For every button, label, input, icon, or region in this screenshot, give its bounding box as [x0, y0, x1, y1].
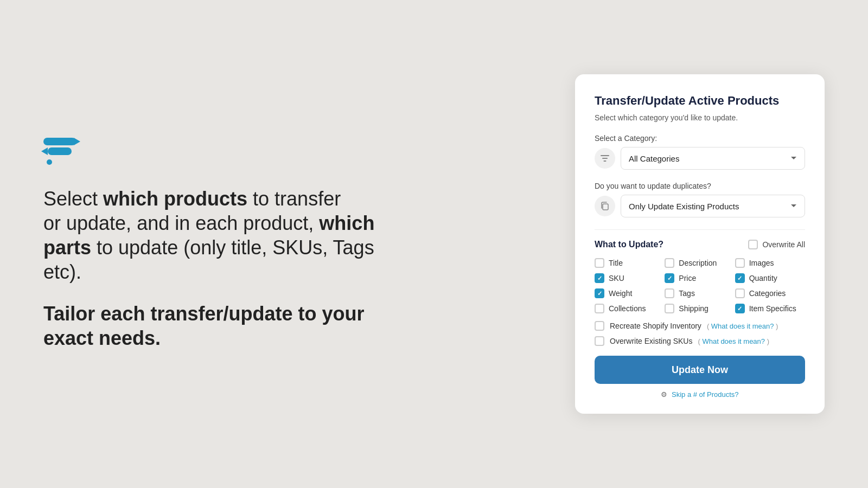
checkbox-weight-box[interactable] [595, 288, 604, 298]
checkbox-quantity-box[interactable] [735, 273, 745, 283]
divider [595, 229, 805, 230]
checkbox-title-label: Title [609, 259, 623, 267]
overwrite-all-row[interactable]: Overwrite All [748, 240, 805, 249]
checkbox-price-box[interactable] [665, 273, 674, 283]
checkbox-item-specifics-label: Item Specifics [749, 304, 796, 313]
checkbox-grid: Title Description Images SKU Price Qua [595, 258, 805, 313]
checkbox-sku-box[interactable] [595, 273, 604, 283]
checkbox-categories-box[interactable] [735, 288, 745, 298]
what-to-update-title: What to Update? [595, 240, 663, 249]
checkbox-weight[interactable]: Weight [595, 288, 665, 298]
checkbox-price[interactable]: Price [665, 273, 735, 283]
recreate-shopify-item[interactable]: Recreate Shopify Inventory ( What does i… [595, 321, 805, 331]
category-group: Select a Category: All Categories [595, 134, 805, 170]
checkbox-weight-label: Weight [609, 289, 632, 298]
overwrite-skus-link[interactable]: What does it mean? [702, 337, 765, 345]
what-to-update-row: What to Update? Overwrite All [595, 240, 805, 249]
bold-which-products: which products [103, 188, 247, 210]
logo-arrow-top-icon [43, 138, 76, 145]
svg-rect-0 [603, 204, 608, 210]
skip-icon: ⚙ [661, 390, 667, 399]
filter-icon [595, 148, 615, 169]
checkbox-description-box[interactable] [665, 258, 674, 268]
update-now-button[interactable]: Update Now [595, 356, 805, 384]
checkbox-categories[interactable]: Categories [735, 288, 805, 298]
card: Transfer/Update Active Products Select w… [575, 74, 825, 414]
checkbox-tags-label: Tags [679, 289, 695, 298]
overwrite-skus-item[interactable]: Overwrite Existing SKUs ( What does it m… [595, 336, 805, 346]
skip-row: ⚙ Skip a # of Products? [595, 390, 805, 399]
overwrite-skus-label: Overwrite Existing SKUs [610, 337, 692, 345]
duplicates-dropdown[interactable]: Only Update Existing Products [621, 195, 805, 217]
logo-icon [43, 138, 542, 165]
checkbox-shipping-label: Shipping [679, 304, 709, 313]
duplicates-group: Do you want to update duplicates? Only U… [595, 182, 805, 217]
overwrite-skus-paren: ( What does it mean? ) [698, 337, 769, 345]
checkbox-description[interactable]: Description [665, 258, 735, 268]
checkbox-shipping-box[interactable] [665, 304, 674, 313]
recreate-shopify-paren: ( What does it mean? ) [707, 322, 778, 330]
recreate-shopify-link[interactable]: What does it mean? [711, 322, 774, 330]
card-title: Transfer/Update Active Products [595, 94, 805, 108]
page-wrapper: Select which products to transfer or upd… [0, 0, 868, 488]
checkbox-item-specifics-box[interactable] [735, 304, 745, 313]
checkbox-collections-label: Collections [609, 304, 646, 313]
extra-options: Recreate Shopify Inventory ( What does i… [595, 321, 805, 346]
checkbox-collections[interactable]: Collections [595, 304, 665, 313]
checkbox-item-specifics[interactable]: Item Specifics [735, 304, 805, 313]
checkbox-categories-label: Categories [749, 289, 786, 298]
checkbox-quantity[interactable]: Quantity [735, 273, 805, 283]
checkbox-price-label: Price [679, 274, 696, 282]
duplicates-label: Do you want to update duplicates? [595, 182, 805, 190]
recreate-shopify-label: Recreate Shopify Inventory [610, 322, 701, 330]
category-select-row: All Categories [595, 147, 805, 170]
checkbox-tags-box[interactable] [665, 288, 674, 298]
checkbox-quantity-label: Quantity [749, 274, 777, 282]
duplicates-select-row: Only Update Existing Products [595, 195, 805, 217]
category-dropdown[interactable]: All Categories [621, 147, 805, 170]
checkbox-collections-box[interactable] [595, 304, 604, 313]
checkbox-sku-label: SKU [609, 274, 624, 282]
checkbox-images-box[interactable] [735, 258, 745, 268]
overwrite-skus-checkbox[interactable] [595, 336, 604, 346]
checkbox-shipping[interactable]: Shipping [665, 304, 735, 313]
checkbox-tags[interactable]: Tags [665, 288, 735, 298]
left-panel: Select which products to transfer or upd… [43, 138, 575, 350]
checkbox-title[interactable]: Title [595, 258, 665, 268]
overwrite-all-checkbox[interactable] [748, 240, 758, 249]
category-label: Select a Category: [595, 134, 805, 143]
left-subtext: Tailor each transfer/update to your exac… [43, 301, 369, 350]
logo [43, 138, 542, 165]
checkbox-images-label: Images [749, 259, 774, 267]
copy-icon [595, 196, 615, 216]
recreate-shopify-checkbox[interactable] [595, 321, 604, 331]
card-subtitle: Select which category you'd like to upda… [595, 113, 805, 122]
checkbox-sku[interactable]: SKU [595, 273, 665, 283]
overwrite-all-label: Overwrite All [762, 240, 805, 249]
checkbox-title-box[interactable] [595, 258, 604, 268]
logo-arrow-mid-icon [48, 147, 72, 155]
checkbox-description-label: Description [679, 259, 717, 267]
bold-which: which [319, 212, 374, 234]
logo-dot-icon [47, 159, 52, 165]
bold-parts: parts [43, 236, 91, 259]
left-description: Select which products to transfer or upd… [43, 187, 380, 284]
skip-link[interactable]: Skip a # of Products? [672, 390, 739, 399]
checkbox-images[interactable]: Images [735, 258, 805, 268]
